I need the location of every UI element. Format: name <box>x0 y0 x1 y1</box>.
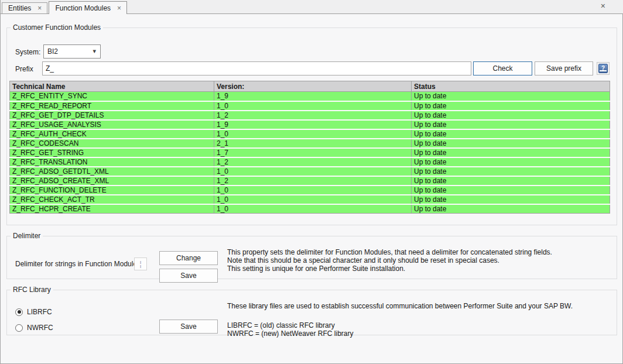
rfc-description-librfc: LIBRFC = (old) classic RFC library <box>227 321 353 329</box>
column-header-status[interactable]: Status <box>412 81 610 92</box>
check-button[interactable]: Check <box>473 61 532 75</box>
system-label: System: <box>15 48 40 56</box>
status-cell: Up to date <box>412 129 610 139</box>
chevron-down-icon: ▾ <box>93 47 96 55</box>
table-row[interactable]: Z_RFC_CODESCAN2_1Up to date <box>10 139 610 148</box>
radio-nwrfc[interactable]: NWRFC <box>15 324 53 332</box>
technical-name-cell: Z_RFC_ADSO_CREATE_XML <box>10 176 214 186</box>
radio-circle <box>15 308 23 316</box>
function-modules-table: Technical Name Version: Status Z_RFC_ENT… <box>9 81 610 214</box>
table-row[interactable]: Z_RFC_AUTH_CHECK1_0Up to date <box>10 129 610 139</box>
radio-nwrfc-label: NWRFC <box>27 324 53 332</box>
tab-function-modules-close-icon[interactable]: × <box>117 5 122 12</box>
version-cell: 1_2 <box>214 157 412 167</box>
delimiter-title: Delimiter <box>11 232 43 240</box>
technical-name-cell: Z_RFC_GET_DTP_DETAILS <box>10 111 214 120</box>
status-cell: Up to date <box>412 148 610 157</box>
status-cell: Up to date <box>412 139 610 148</box>
status-cell: Up to date <box>412 204 610 214</box>
version-cell: 1_0 <box>214 186 412 195</box>
delimiter-description-line-3: This setting is unique for one Performer… <box>227 265 552 273</box>
version-cell: 1_9 <box>214 120 412 129</box>
status-cell: Up to date <box>412 120 610 129</box>
version-cell: 1_2 <box>214 111 412 120</box>
fm-table-body: Z_RFC_ENTITY_SYNC1_9Up to dateZ_RFC_READ… <box>10 92 610 214</box>
window-close-icon[interactable]: × <box>599 1 607 11</box>
technical-name-cell: Z_RFC_CODESCAN <box>10 139 214 148</box>
technical-name-cell: Z_RFC_READ_REPORT <box>10 101 214 111</box>
help-icon: ? <box>598 64 608 73</box>
technical-name-cell: Z_RFC_ENTITY_SYNC <box>10 92 214 101</box>
column-header-technical-name[interactable]: Technical Name <box>10 81 214 92</box>
version-cell: 2_1 <box>214 139 412 148</box>
delimiter-group: Delimiter Delimiter for strings in Funct… <box>6 232 617 279</box>
status-cell: Up to date <box>412 186 610 195</box>
technical-name-cell: Z_RFC_USAGE_ANALYSIS <box>10 120 214 129</box>
technical-name-cell: Z_RFC_FUNCTION_DELETE <box>10 186 214 195</box>
version-cell: 1_9 <box>214 92 412 101</box>
customer-function-modules-group: Customer Function Modules System: BI2 ▾ … <box>6 23 617 225</box>
table-row[interactable]: Z_RFC_CHECK_ACT_TR1_0Up to date <box>10 195 610 204</box>
rfc-save-button[interactable]: Save <box>159 320 218 334</box>
technical-name-cell: Z_RFC_AUTH_CHECK <box>10 129 214 139</box>
tab-bar: Entities × Function Modules × × <box>1 0 623 14</box>
rfc-library-group: RFC Library LIBRFC NWRFC Save These libr… <box>6 286 617 335</box>
rfc-description-nwrfc: NWRFC = (new) NetWeaver RFC library <box>227 329 353 338</box>
tab-entities-label: Entities <box>8 4 31 12</box>
column-header-version[interactable]: Version: <box>214 81 412 92</box>
delimiter-description-line-1: This property sets the delimiter for Fun… <box>227 248 552 256</box>
table-row[interactable]: Z_RFC_ADSO_GETDTL_XML1_0Up to date <box>10 167 610 176</box>
system-dropdown[interactable]: BI2 ▾ <box>43 44 101 59</box>
version-cell: 1_0 <box>214 204 412 214</box>
rfc-description-intro: These library files are used to establis… <box>227 302 573 310</box>
table-row[interactable]: Z_RFC_TRANSLATION1_2Up to date <box>10 157 610 167</box>
radio-circle <box>15 324 23 332</box>
version-cell: 1_0 <box>214 101 412 111</box>
table-row[interactable]: Z_RFC_ADSO_CREATE_XML1_2Up to date <box>10 176 610 186</box>
technical-name-cell: Z_RFC_ADSO_GETDTL_XML <box>10 167 214 176</box>
delimiter-change-button[interactable]: Change <box>159 251 218 265</box>
technical-name-cell: Z_RFC_GET_STRING <box>10 148 214 157</box>
delimiter-description-line-2: Note that this should be a special chara… <box>227 256 552 265</box>
technical-name-cell: Z_RFC_TRANSLATION <box>10 157 214 167</box>
version-cell: 1_0 <box>214 129 412 139</box>
status-cell: Up to date <box>412 176 610 186</box>
radio-librfc[interactable]: LIBRFC <box>15 308 52 316</box>
version-cell: 1_2 <box>214 176 412 186</box>
prefix-input[interactable] <box>42 61 471 75</box>
status-cell: Up to date <box>412 111 610 120</box>
table-row[interactable]: Z_RFC_ENTITY_SYNC1_9Up to date <box>10 92 610 101</box>
tab-entities[interactable]: Entities × <box>2 2 47 13</box>
app-window: Entities × Function Modules × × Customer… <box>0 0 623 364</box>
tab-entities-close-icon[interactable]: × <box>37 5 42 12</box>
delimiter-save-button[interactable]: Save <box>159 269 218 283</box>
version-cell: 1_0 <box>214 167 412 176</box>
table-row[interactable]: Z_RFC_HCPR_CREATE1_0Up to date <box>10 204 610 214</box>
version-cell: 1_0 <box>214 195 412 204</box>
rfc-description-legend: LIBRFC = (old) classic RFC library NWRFC… <box>227 321 353 338</box>
prefix-label: Prefix <box>15 65 33 73</box>
version-cell: 1_7 <box>214 148 412 157</box>
status-cell: Up to date <box>412 157 610 167</box>
status-cell: Up to date <box>412 167 610 176</box>
delimiter-field-label: Delimiter for strings in Function Module… <box>15 260 141 268</box>
save-prefix-button[interactable]: Save prefix <box>535 61 593 75</box>
table-row[interactable]: Z_RFC_GET_STRING1_7Up to date <box>10 148 610 157</box>
tab-function-modules[interactable]: Function Modules × <box>49 1 127 14</box>
help-button[interactable]: ? <box>597 62 610 75</box>
table-row[interactable]: Z_RFC_READ_REPORT1_0Up to date <box>10 101 610 111</box>
customer-function-modules-title: Customer Function Modules <box>11 23 103 32</box>
status-cell: Up to date <box>412 101 610 111</box>
delimiter-value-box[interactable]: ¦ <box>134 257 147 270</box>
tab-function-modules-label: Function Modules <box>55 4 111 12</box>
table-row[interactable]: Z_RFC_FUNCTION_DELETE1_0Up to date <box>10 186 610 195</box>
technical-name-cell: Z_RFC_CHECK_ACT_TR <box>10 195 214 204</box>
table-row[interactable]: Z_RFC_GET_DTP_DETAILS1_2Up to date <box>10 111 610 120</box>
rfc-library-title: RFC Library <box>11 286 53 294</box>
status-cell: Up to date <box>412 195 610 204</box>
radio-librfc-label: LIBRFC <box>27 308 52 316</box>
delimiter-description: This property sets the delimiter for Fun… <box>227 248 552 273</box>
system-dropdown-value: BI2 <box>47 47 58 56</box>
table-row[interactable]: Z_RFC_USAGE_ANALYSIS1_9Up to date <box>10 120 610 129</box>
status-cell: Up to date <box>412 92 610 101</box>
